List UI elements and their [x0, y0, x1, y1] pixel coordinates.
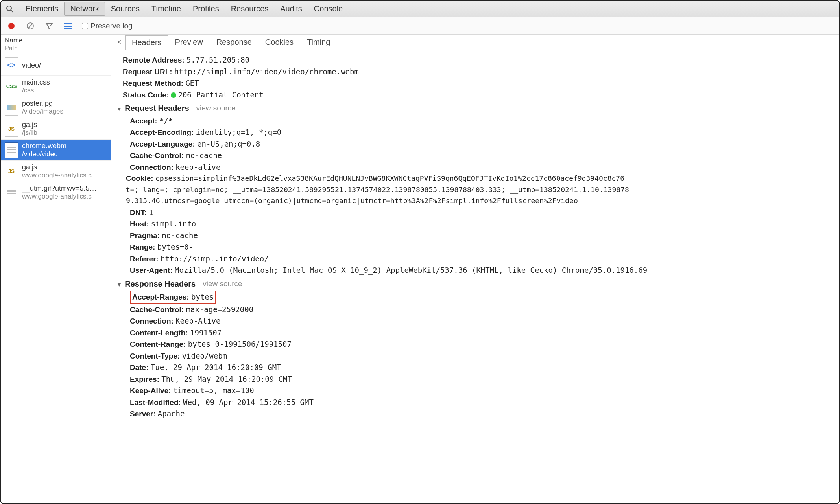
svg-point-2	[8, 23, 15, 29]
header-name: Name	[5, 36, 107, 44]
list-item[interactable]: CSSmain.css/css	[1, 76, 111, 97]
header-row: Content-Length: 1991507	[130, 327, 837, 339]
svg-marker-5	[46, 23, 52, 29]
tab-elements[interactable]: Elements	[20, 2, 64, 16]
disclosure-triangle-icon: ▼	[116, 281, 122, 288]
header-row: User-Agent: Mozilla/5.0 (Macintosh; Inte…	[130, 265, 837, 276]
svg-rect-7	[66, 23, 72, 24]
close-icon[interactable]: ×	[113, 38, 125, 46]
detail-tabs: × HeadersPreviewResponseCookiesTiming	[111, 35, 839, 50]
file-type-icon: CSS	[5, 79, 18, 94]
header-row: Accept: */*	[130, 115, 837, 127]
file-path: /js/lib	[22, 129, 37, 137]
tab-timeline[interactable]: Timeline	[146, 2, 187, 16]
header-row: Content-Type: video/webm	[130, 350, 837, 362]
preserve-log-label: Preserve log	[90, 22, 133, 30]
file-path: www.google-analytics.c	[22, 171, 92, 179]
header-row: Accept-Ranges: bytes	[130, 291, 837, 304]
view-source-link[interactable]: view source	[203, 278, 242, 290]
file-path: /video/video	[22, 150, 66, 158]
svg-point-0	[7, 6, 11, 11]
response-headers-section[interactable]: ▼ Response Headers view source	[116, 278, 837, 290]
tab-resources[interactable]: Resources	[225, 2, 275, 16]
file-name: video/	[22, 61, 41, 70]
header-row: Referer: http://simpl.info/video/	[130, 253, 837, 265]
file-type-icon: JS	[5, 121, 18, 137]
list-item[interactable]: __utm.gif?utmwv=5.5…www.google-analytics…	[1, 182, 111, 203]
list-item[interactable]: JSga.jswww.google-analytics.c	[1, 161, 111, 182]
header-row: Cache-Control: no-cache	[130, 150, 837, 162]
request-url: Request URL: http://simpl.info/video/vid…	[123, 66, 837, 78]
header-row: Date: Tue, 29 Apr 2014 16:20:09 GMT	[130, 362, 837, 373]
header-row: Last-Modified: Wed, 09 Apr 2014 15:26:55…	[130, 397, 837, 408]
svg-rect-9	[66, 26, 72, 27]
header-path: Path	[5, 44, 107, 52]
headers-panel: Remote Address: 5.77.51.205:80 Request U…	[111, 50, 839, 503]
header-row: Content-Range: bytes 0-1991506/1991507	[130, 338, 837, 350]
search-icon[interactable]	[5, 4, 15, 14]
tab-network[interactable]: Network	[64, 2, 105, 16]
status-dot-icon	[171, 92, 176, 98]
header-row: Server: Apache	[130, 408, 837, 420]
header-row: Accept-Encoding: identity;q=1, *;q=0	[130, 127, 837, 138]
file-name: __utm.gif?utmwv=5.5…	[22, 184, 97, 193]
file-path: www.google-analytics.c	[22, 193, 97, 200]
file-path: /css	[22, 86, 50, 94]
request-list-header: Name Path	[1, 35, 111, 55]
record-icon[interactable]	[6, 21, 17, 31]
cookie-header: Cookie: cpsession=simplinf%3aeDkLdG2elvx…	[126, 173, 837, 207]
file-type-icon	[5, 185, 18, 200]
request-list: Name Path <>video/CSSmain.css/cssposter.…	[1, 35, 111, 503]
request-details: × HeadersPreviewResponseCookiesTiming Re…	[111, 35, 839, 503]
preserve-log-checkbox[interactable]	[82, 23, 88, 29]
file-name: chrome.webm	[22, 142, 66, 150]
svg-rect-6	[64, 23, 66, 24]
devtools-top-tabs: ElementsNetworkSourcesTimelineProfilesRe…	[1, 1, 839, 17]
file-type-icon	[5, 142, 18, 158]
detail-tab-response[interactable]: Response	[210, 35, 258, 50]
file-name: poster.jpg	[22, 99, 63, 108]
file-name: main.css	[22, 78, 50, 86]
detail-tab-timing[interactable]: Timing	[300, 35, 337, 50]
header-row: Accept-Language: en-US,en;q=0.8	[130, 138, 837, 150]
file-type-icon: JS	[5, 164, 18, 179]
network-toolbar: Preserve log	[1, 17, 839, 35]
tab-audits[interactable]: Audits	[274, 2, 308, 16]
detail-tab-cookies[interactable]: Cookies	[258, 35, 300, 50]
file-type-icon	[5, 100, 18, 116]
file-name: ga.js	[22, 163, 92, 171]
header-row: Keep-Alive: timeout=5, max=100	[130, 385, 837, 397]
svg-rect-11	[66, 28, 72, 29]
list-item[interactable]: poster.jpg/video/images	[1, 97, 111, 118]
list-item[interactable]: chrome.webm/video/video	[1, 140, 111, 161]
header-row: Host: simpl.info	[130, 218, 837, 230]
tab-sources[interactable]: Sources	[105, 2, 146, 16]
header-row: Expires: Thu, 29 May 2014 16:20:09 GMT	[130, 373, 837, 385]
file-type-icon: <>	[5, 57, 18, 73]
preserve-log-toggle[interactable]: Preserve log	[82, 22, 133, 30]
list-view-icon[interactable]	[63, 21, 73, 31]
status-code: Status Code: 206 Partial Content	[123, 89, 837, 101]
header-row: Range: bytes=0-	[130, 241, 837, 253]
file-path: /video/images	[22, 108, 63, 116]
file-name: ga.js	[22, 121, 37, 129]
view-source-link[interactable]: view source	[196, 103, 236, 114]
svg-line-4	[28, 24, 33, 28]
header-row: Cache-Control: max-age=2592000	[130, 304, 837, 316]
disclosure-triangle-icon: ▼	[116, 106, 122, 112]
detail-tab-headers[interactable]: Headers	[125, 35, 168, 50]
request-headers-section[interactable]: ▼ Request Headers view source	[116, 102, 837, 114]
clear-icon[interactable]	[25, 21, 35, 31]
filter-icon[interactable]	[44, 21, 54, 31]
list-item[interactable]: <>video/	[1, 55, 111, 76]
header-row: Connection: Keep-Alive	[130, 315, 837, 327]
svg-rect-10	[64, 28, 66, 29]
request-method: Request Method: GET	[123, 77, 837, 89]
list-item[interactable]: JSga.js/js/lib	[1, 118, 111, 140]
detail-tab-preview[interactable]: Preview	[168, 35, 210, 50]
header-row: Pragma: no-cache	[130, 230, 837, 242]
header-row: DNT: 1	[130, 207, 837, 219]
tab-profiles[interactable]: Profiles	[187, 2, 225, 16]
tab-console[interactable]: Console	[308, 2, 349, 16]
svg-line-1	[11, 10, 13, 12]
